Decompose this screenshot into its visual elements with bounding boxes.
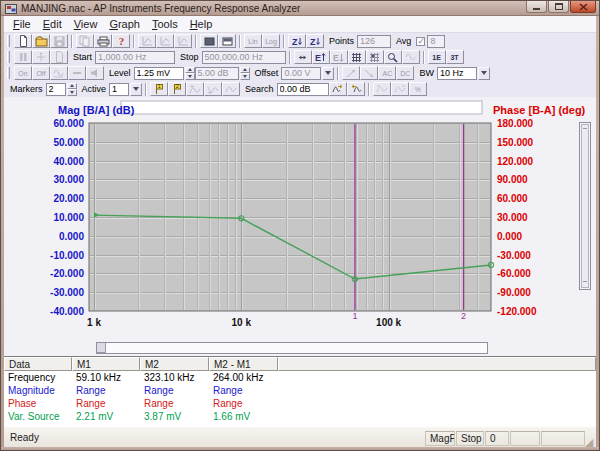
source-off-button[interactable]: Off [32,66,50,80]
offset-field[interactable] [281,67,321,80]
chart-vertical-scrollbar-thumb[interactable] [581,124,589,288]
scale-t-button[interactable]: 3T [446,50,464,64]
edn-icon: E [333,52,344,63]
graph-view-3-button[interactable] [174,34,192,48]
new-file-button[interactable] [14,34,32,48]
copy-button[interactable] [76,34,94,48]
avg-count-field[interactable] [427,35,445,48]
toolbar-grip[interactable] [7,51,10,63]
start-frequency-field[interactable] [95,51,175,64]
sqsplit-icon [222,36,233,47]
markers-count-field[interactable] [46,83,66,96]
svg-text:Z: Z [292,37,298,47]
coupling-ac-button[interactable]: AC [378,66,396,80]
relative-search-button[interactable]: % [409,82,427,96]
table-cell: 3.87 mV [140,411,209,422]
bw-field-dropdown[interactable] [478,67,490,80]
print-button[interactable] [94,34,112,48]
peak-search-button[interactable] [186,82,204,96]
toolbar-grip[interactable] [7,67,10,79]
marker-2-button[interactable]: 2 [168,82,186,96]
chart-vertical-scrollbar[interactable] [579,122,591,290]
valley-search-button[interactable] [204,82,222,96]
x-linear-button[interactable]: Lin [244,34,262,48]
maximize-button[interactable] [548,1,569,13]
level-field-spin-down[interactable] [185,73,195,80]
autoscale-phase-button[interactable]: Z [306,34,324,48]
mag-tick-label: -20.000 [50,268,84,279]
menu-view[interactable]: View [68,17,104,31]
relative-search-label: % [414,86,420,93]
avg-checkbox[interactable] [416,37,425,46]
bw-field[interactable] [437,67,477,80]
source-dc-button[interactable] [68,66,86,80]
zoom-select-button[interactable] [384,50,402,64]
x-log-label: Log [265,38,277,45]
menu-help[interactable]: Help [184,17,219,31]
status-panel-0: 0 [485,431,509,446]
menu-edit[interactable]: Edit [37,17,68,31]
toolbar-grip[interactable] [7,35,10,47]
save-file-button[interactable] [50,34,68,48]
offset-field-dropdown[interactable] [322,67,334,80]
full-span-button[interactable] [294,50,312,64]
menu-tools[interactable]: Tools [146,17,184,31]
cursor-grid-button[interactable] [366,50,384,64]
display-split-button[interactable] [218,34,236,48]
mag-tick-label: 0.000 [59,231,84,242]
search-right-button[interactable] [329,82,347,96]
marker-1-button[interactable]: 1 [150,82,168,96]
search-left-button[interactable] [347,82,365,96]
help-button[interactable]: ? [112,34,130,48]
points-field[interactable] [357,35,391,48]
level-db-field-spin-down[interactable] [240,73,250,80]
active-marker-field[interactable] [109,83,129,96]
sweep-pause-button[interactable] [14,50,32,64]
grid1-icon [351,52,362,63]
coupling-ac-label: AC [383,70,393,77]
close-button[interactable] [570,1,596,13]
menu-file[interactable]: File [7,17,37,31]
ramp-up-button[interactable] [342,66,360,80]
grid2-icon [369,52,380,63]
search-level-field[interactable] [277,83,329,96]
notes-button[interactable] [50,50,68,64]
graph-view-1-button[interactable] [138,34,156,48]
chart-horizontal-scrollbar[interactable] [96,342,488,354]
ramp-down-button[interactable] [360,66,378,80]
source-on-button[interactable]: On [14,66,32,80]
zoom-out-button[interactable]: E [330,50,348,64]
graph-view-2-button[interactable] [156,34,174,48]
folder-icon [35,36,48,47]
search-ref-a-button[interactable] [373,82,391,96]
statusbar: Ready MagPhsStop0 ◢ [4,426,596,449]
zoom-in-button[interactable]: E [312,50,330,64]
table-cell: 264.00 kHz [209,372,278,383]
active-marker-field-dropdown[interactable] [130,83,142,96]
search-ref-b-button[interactable] [391,82,409,96]
stop-frequency-field[interactable] [202,51,286,64]
coupling-dc-button[interactable]: DC [396,66,414,80]
scale-e-button[interactable]: 1E [428,50,446,64]
open-file-button[interactable] [32,34,50,48]
display-solid-button[interactable] [200,34,218,48]
menu-graph[interactable]: Graph [103,17,146,31]
markers-count-field-spin-down[interactable] [67,89,77,96]
chart-horizontal-scrollbar-thumb[interactable] [97,343,106,353]
level-field[interactable] [134,67,184,80]
grid-setup-button[interactable] [348,50,366,64]
slope-search-button[interactable] [222,82,240,96]
source-waveform-button[interactable] [50,66,68,80]
minimize-button[interactable] [526,1,547,13]
titlebar[interactable]: MANJING.nac - AP Instruments Frequency R… [1,1,599,16]
x-log-button[interactable]: Log [262,34,280,48]
sweep-single-button[interactable] [32,50,50,64]
autoscale-mag-button[interactable]: Z [288,34,306,48]
level-db-field[interactable] [195,67,239,80]
svg-text:?: ? [118,35,124,47]
source-audio-button[interactable] [86,66,104,80]
waveform-view-button[interactable] [402,50,420,64]
toolbar-row-1: ?LinLogZZPointsAvg [4,33,596,49]
page-icon [18,35,29,47]
flag1-icon: 1 [154,83,165,95]
